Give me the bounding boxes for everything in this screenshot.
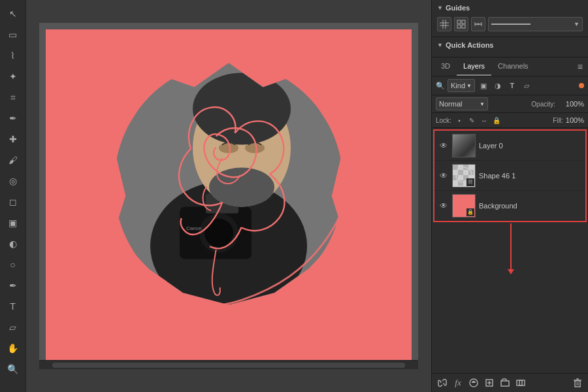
eraser-tool[interactable]: ◻ (5, 193, 22, 210)
tab-3d[interactable]: 3D (434, 57, 457, 76)
svg-point-8 (193, 73, 291, 145)
text-filter-icon[interactable]: T (506, 80, 518, 91)
shape-filter-icon[interactable]: ▱ (521, 80, 532, 91)
kind-select[interactable]: Kind ▼ (448, 79, 475, 92)
layer-item-background[interactable]: 👁 🔒 Background (434, 191, 585, 221)
kind-filter-icons: ▣ ◑ T ▱ (478, 80, 532, 91)
guides-chevron[interactable]: ▼ (437, 5, 443, 11)
layers-tabs: 3D Layers Channels ≡ (432, 57, 588, 76)
blur-tool[interactable]: ◐ (5, 235, 22, 252)
left-toolbar: ↖ ▭ ⌇ ✦ ⌗ ✒ ✚ 🖌 ◎ ◻ ▣ ◐ ○ ✒ T ▱ ✋ 🔍 (0, 0, 26, 392)
background-visibility-icon[interactable]: 👁 (438, 201, 449, 211)
add-layer-mask-icon[interactable] (514, 376, 527, 389)
kind-label: Kind (451, 82, 465, 90)
guides-tools: ▼ (437, 16, 583, 33)
gradient-tool[interactable]: ▣ (5, 214, 22, 231)
red-annotation-arrowhead (508, 269, 514, 274)
horizontal-scrollbar[interactable] (52, 363, 405, 368)
eyedropper-tool[interactable]: ✒ (5, 110, 22, 127)
layers-list: 👁 Layer 0 👁 (432, 128, 588, 373)
layer-item-shape46[interactable]: 👁 (434, 161, 585, 191)
new-fill-layer-icon[interactable] (467, 376, 480, 389)
canvas-area: Canon (26, 0, 431, 392)
svg-rect-19 (457, 25, 461, 28)
blend-mode-label: Normal (439, 100, 462, 108)
move-tool[interactable]: ↖ (5, 5, 22, 22)
line-style-select[interactable]: ▼ (488, 17, 583, 31)
crop-tool[interactable]: ⌗ (5, 89, 22, 106)
pixel-filter-icon[interactable]: ▣ (478, 80, 489, 91)
svg-rect-17 (457, 20, 461, 24)
adjustment-filter-icon[interactable]: ◑ (492, 80, 504, 91)
group-layers-icon[interactable] (498, 376, 512, 389)
guides-header: ▼ Guides (437, 4, 583, 12)
clone-tool[interactable]: ◎ (5, 172, 22, 189)
dodge-tool[interactable]: ○ (5, 256, 22, 273)
lock-all-btn[interactable]: 🔒 (491, 115, 502, 125)
quick-actions-chevron[interactable]: ▼ (437, 42, 443, 48)
quick-actions-section: ▼ Quick Actions (432, 37, 588, 57)
layer0-name: Layer 0 (479, 142, 581, 150)
blend-mode-select[interactable]: Normal ▼ (436, 97, 488, 110)
svg-rect-28 (458, 170, 463, 175)
fill-value[interactable]: 100% (566, 116, 584, 124)
lock-pixel-btn[interactable]: ▪ (454, 115, 465, 125)
svg-text:Canon: Canon (186, 225, 202, 231)
layers-bottom-bar: fx (432, 373, 588, 392)
svg-rect-26 (453, 165, 458, 170)
fx-icon[interactable]: fx (451, 376, 465, 389)
line-preview (491, 24, 531, 25)
grid-button[interactable] (437, 17, 451, 31)
pen-tool[interactable]: ✒ (5, 277, 22, 294)
ruler-button[interactable] (471, 17, 485, 31)
quick-actions-title: Quick Actions (446, 41, 494, 49)
horizontal-scrollbar-bar (39, 360, 418, 369)
shape46-visibility-icon[interactable]: 👁 (438, 171, 449, 181)
canvas-container: Canon (39, 23, 418, 369)
layer0-visibility-icon[interactable]: 👁 (438, 140, 449, 151)
brush-tool[interactable]: 🖌 (5, 152, 22, 169)
tab-channels[interactable]: Channels (491, 57, 534, 76)
zoom-tool[interactable]: 🔍 (5, 361, 22, 378)
opacity-value[interactable]: 100% (558, 100, 584, 108)
delete-layer-icon[interactable] (571, 376, 584, 389)
svg-point-9 (219, 143, 238, 154)
red-annotation-line (510, 223, 512, 269)
link-layers-icon[interactable] (436, 376, 449, 389)
shape46-name: Shape 46 1 (479, 172, 581, 180)
photo-clipped: Canon (114, 63, 343, 305)
svg-rect-38 (501, 381, 509, 386)
marquee-tool[interactable]: ▭ (5, 26, 22, 43)
magic-wand-tool[interactable]: ✦ (5, 68, 22, 85)
grid-snap-button[interactable] (454, 17, 468, 31)
background-name: Background (479, 202, 581, 210)
layer0-thumbnail (452, 134, 476, 157)
new-layer-icon[interactable] (483, 376, 496, 389)
svg-rect-41 (575, 381, 580, 387)
healing-tool[interactable]: ✚ (5, 131, 22, 148)
svg-point-6 (204, 219, 233, 248)
text-tool[interactable]: T (5, 298, 22, 315)
lasso-tool[interactable]: ⌇ (5, 47, 22, 64)
hand-tool[interactable]: ✋ (5, 340, 22, 357)
guides-title: Guides (446, 4, 470, 12)
layers-menu-icon[interactable]: ≡ (575, 59, 585, 74)
svg-rect-18 (462, 20, 465, 24)
quick-actions-header: ▼ Quick Actions (437, 41, 583, 49)
layers-panel: 3D Layers Channels ≡ 🔍 Kind ▼ ▣ ◑ T ▱ No… (432, 57, 588, 392)
kind-dropdown-arrow: ▼ (466, 83, 472, 89)
shape-tool[interactable]: ▱ (5, 319, 22, 336)
lock-position-btn[interactable]: ✎ (466, 115, 477, 125)
canvas-artwork: Canon (46, 29, 412, 363)
svg-point-11 (209, 168, 274, 207)
annotation-area (432, 223, 588, 276)
tab-layers[interactable]: Layers (457, 57, 491, 76)
layer-item-layer0[interactable]: 👁 Layer 0 (434, 131, 585, 161)
lock-label: Lock: (436, 117, 451, 124)
lock-transform-btn[interactable]: ↔ (479, 115, 489, 125)
fill-label: Fill: (553, 117, 563, 124)
opacity-label: Opacity: (531, 101, 555, 108)
lock-icons: ▪ ✎ ↔ 🔒 (454, 115, 502, 125)
background-thumbnail: 🔒 (452, 194, 476, 218)
right-panel: ▼ Guides (431, 0, 588, 392)
